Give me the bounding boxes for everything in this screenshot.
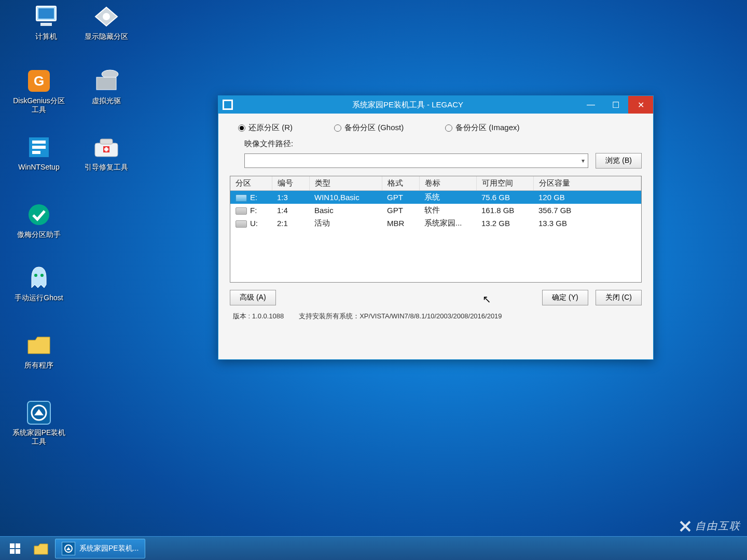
- svg-rect-26: [10, 549, 15, 554]
- x-icon: [679, 520, 692, 533]
- desktop-icon-diskgenius[interactable]: G DiskGenius分区工具: [10, 67, 67, 114]
- desktop-icon-label: 手动运行Ghost: [15, 293, 63, 302]
- desktop-icon-pe-tool[interactable]: 系统家园PE装机 工具: [10, 399, 67, 446]
- desktop-icon-virtual-cd[interactable]: 虚拟光驱: [78, 67, 135, 105]
- browse-button[interactable]: 浏览 (B): [596, 153, 642, 169]
- ghost-icon: [27, 265, 50, 291]
- windows-icon: [9, 542, 21, 555]
- folder-icon: [26, 334, 52, 357]
- titlebar[interactable]: 系统家园PE装机工具 - LEGACY — ☐ ✕: [218, 96, 653, 114]
- desktop-icon-label: 计算机: [35, 32, 57, 41]
- watermark: 自由互联: [679, 519, 741, 533]
- desktop-icon-label: 显示隐藏分区: [85, 32, 128, 41]
- desktop-icon-all-programs[interactable]: 所有程序: [10, 332, 67, 370]
- restore-partition-radio[interactable]: 还原分区 (R): [238, 123, 293, 133]
- taskbar-explorer[interactable]: [29, 539, 53, 558]
- table-row[interactable]: E: 1:3 WIN10,Basic GPT 系统 75.6 GB 120 GB: [230, 191, 641, 204]
- pe-tool-icon: [62, 542, 75, 555]
- desktop-icon-label: 系统家园PE装机 工具: [10, 428, 67, 446]
- backup-ghost-radio[interactable]: 备份分区 (Ghost): [334, 123, 404, 133]
- toolbox-icon: [93, 136, 120, 159]
- col-label[interactable]: 卷标: [419, 176, 476, 191]
- start-button[interactable]: [3, 539, 27, 558]
- svg-point-18: [29, 204, 49, 225]
- app-icon: [223, 100, 233, 110]
- col-format[interactable]: 格式: [382, 176, 419, 191]
- svg-rect-14: [100, 139, 113, 144]
- ok-button[interactable]: 确定 (Y): [542, 290, 588, 305]
- svg-rect-23: [224, 101, 231, 108]
- svg-point-4: [103, 13, 110, 20]
- aomei-icon: [27, 203, 51, 227]
- minimize-button[interactable]: —: [578, 96, 603, 114]
- taskbar[interactable]: 系统家园PE装机...: [0, 536, 747, 560]
- setup-icon: [27, 135, 51, 159]
- computer-icon: [33, 5, 59, 28]
- window-title: 系统家园PE装机工具 - LEGACY: [237, 100, 578, 110]
- desktop-icon-computer[interactable]: 计算机: [18, 3, 75, 41]
- svg-point-20: [40, 274, 44, 277]
- svg-rect-24: [10, 543, 15, 548]
- diamond-icon: [93, 5, 119, 28]
- svg-text:G: G: [34, 73, 44, 89]
- svg-point-19: [34, 274, 37, 277]
- svg-rect-25: [16, 543, 20, 548]
- taskbar-app-pe-tool[interactable]: 系统家园PE装机...: [55, 539, 145, 558]
- advanced-button[interactable]: 高级 (A): [230, 290, 276, 305]
- close-button[interactable]: ✕: [628, 96, 653, 114]
- svg-rect-11: [32, 146, 46, 149]
- maximize-button[interactable]: ☐: [603, 96, 628, 114]
- col-free[interactable]: 可用空间: [476, 176, 533, 191]
- desktop-icon-ghost[interactable]: 手动运行Ghost: [10, 264, 67, 302]
- svg-rect-2: [40, 23, 52, 26]
- pe-tool-icon: [26, 400, 52, 426]
- svg-rect-10: [32, 141, 46, 144]
- desktop-icon-winntsetup[interactable]: WinNTSetup: [10, 134, 67, 172]
- desktop-icon-label: WinNTSetup: [18, 163, 59, 172]
- drive-icon: [236, 194, 247, 202]
- drive-icon: [236, 207, 247, 215]
- desktop-icon-boot-repair[interactable]: 引导修复工具: [78, 134, 135, 172]
- col-partition[interactable]: 分区: [230, 176, 272, 191]
- desktop-icon-label: DiskGenius分区工具: [10, 96, 67, 114]
- chevron-down-icon: ▾: [582, 157, 585, 164]
- svg-rect-27: [16, 549, 20, 554]
- desktop-icon-show-hidden[interactable]: 显示隐藏分区: [78, 3, 135, 41]
- desktop-icon-aomei[interactable]: 傲梅分区助手: [10, 201, 67, 239]
- folder-icon: [33, 542, 49, 555]
- image-path-label: 映像文件路径:: [244, 139, 293, 149]
- svg-rect-8: [96, 77, 116, 90]
- backup-imagex-radio[interactable]: 备份分区 (Imagex): [445, 123, 519, 133]
- svg-rect-1: [38, 8, 54, 19]
- support-label: 支持安装所有系统：XP/VISTA/WIN7/8/8.1/10/2003/200…: [299, 312, 502, 320]
- desktop-icon-label: 傲梅分区助手: [17, 230, 61, 239]
- cancel-button[interactable]: 关闭 (C): [596, 290, 642, 305]
- image-path-dropdown[interactable]: ▾: [244, 153, 588, 168]
- cursor-icon: ↖: [482, 293, 491, 305]
- version-label: 版本 : 1.0.0.1088: [233, 312, 284, 320]
- cd-drive-icon: [93, 68, 119, 94]
- desktop-icon-label: 虚拟光驱: [92, 96, 121, 105]
- svg-rect-17: [104, 148, 108, 150]
- svg-rect-12: [32, 151, 40, 154]
- installer-window: 系统家园PE装机工具 - LEGACY — ☐ ✕ 还原分区 (R) 备份分区 …: [218, 95, 654, 360]
- partition-table[interactable]: 分区 编号 类型 格式 卷标 可用空间 分区容量 E: 1:3 WIN10,Ba…: [230, 176, 642, 283]
- col-type[interactable]: 类型: [309, 176, 382, 191]
- col-number[interactable]: 编号: [272, 176, 309, 191]
- desktop-icon-label: 所有程序: [24, 361, 53, 370]
- drive-icon: [236, 220, 247, 228]
- diskgenius-icon: G: [26, 68, 52, 94]
- taskbar-app-label: 系统家园PE装机...: [79, 544, 139, 553]
- col-size[interactable]: 分区容量: [533, 176, 641, 191]
- table-row[interactable]: F: 1:4 Basic GPT 软件 161.8 GB 356.7 GB: [230, 204, 641, 217]
- table-row[interactable]: U: 2:1 活动 MBR 系统家园... 13.2 GB 13.3 GB: [230, 217, 641, 230]
- desktop-icon-label: 引导修复工具: [85, 163, 128, 172]
